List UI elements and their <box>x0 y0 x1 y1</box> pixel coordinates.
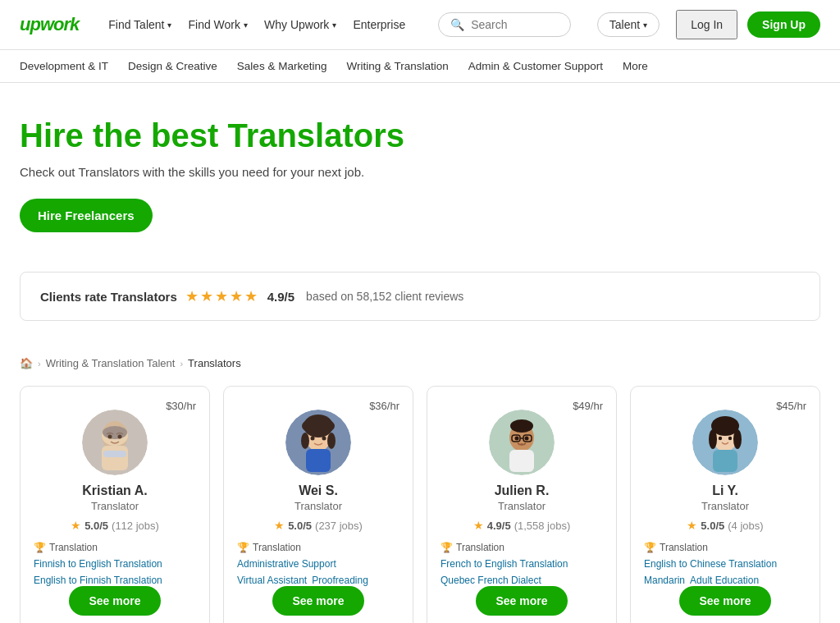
trophy-tag: Translation <box>253 542 301 553</box>
freelancer-name: Kristian A. <box>82 483 147 498</box>
home-icon[interactable]: 🏠 <box>20 357 33 369</box>
svg-point-32 <box>709 429 717 449</box>
svg-point-13 <box>322 437 326 441</box>
chevron-down-icon: ▾ <box>244 21 248 30</box>
ratings-text: Clients rate Translators <box>40 290 177 304</box>
trophy-tag: Translation <box>660 542 708 553</box>
hourly-rate: $36/hr <box>369 400 399 412</box>
rating-row: ★ 5.0/5 (112 jobs) <box>71 519 159 532</box>
freelancer-name: Julien R. <box>495 483 550 498</box>
svg-rect-29 <box>713 450 737 472</box>
avatar <box>82 410 148 475</box>
skill-tags: Administrative SupportVirtual AssistantP… <box>237 558 399 586</box>
talent-dropdown-button[interactable]: Talent ▾ <box>597 12 660 37</box>
subnav-design[interactable]: Design & Creative <box>128 60 217 72</box>
freelancer-card: $45/hr Li Y. Translator ★ 5.0/5 (4 jobs)… <box>630 386 820 623</box>
hire-freelancers-button[interactable]: Hire Freelancers <box>20 199 153 232</box>
trophy-icon: 🏆 <box>34 542 46 553</box>
breadcrumb-sep-1: › <box>38 359 41 369</box>
skill-tag[interactable]: Virtual Assistant <box>237 575 307 586</box>
freelancer-role: Translator <box>294 500 342 512</box>
rating-value: 5.0/5 <box>84 520 108 532</box>
subnav-more[interactable]: More <box>623 60 648 72</box>
skill-tag[interactable]: Finnish to English Translation <box>34 558 162 570</box>
nav-find-talent[interactable]: Find Talent ▾ <box>102 13 178 36</box>
rating-value: 5.0/5 <box>288 520 312 532</box>
avatar <box>285 410 351 475</box>
rating-reviews: based on 58,152 client reviews <box>306 290 463 303</box>
freelancer-card: $30/hr Kristian A. Translator ★ 5.0/5 (1… <box>20 386 210 623</box>
skill-tag[interactable]: Quebec French Dialect <box>441 575 541 586</box>
rating-row: ★ 5.0/5 (237 jobs) <box>274 519 363 532</box>
see-more-button[interactable]: See more <box>272 586 363 616</box>
breadcrumb-sep-2: › <box>180 359 183 369</box>
svg-point-4 <box>103 426 127 439</box>
tags-section: 🏆 Translation English to Chinese Transla… <box>644 542 806 586</box>
trophy-icon: 🏆 <box>237 542 249 553</box>
freelancer-role: Translator <box>498 500 546 512</box>
star-icon: ★ <box>274 519 285 532</box>
skill-tag[interactable]: French to English Translation <box>441 558 568 570</box>
breadcrumb-link-writing[interactable]: Writing & Translation Talent <box>46 357 176 369</box>
skill-tag[interactable]: English to Chinese Translation <box>644 558 777 570</box>
skill-tag[interactable]: Adult Education <box>690 575 759 586</box>
hourly-rate: $30/hr <box>166 400 196 412</box>
job-count: (4 jobs) <box>728 520 763 532</box>
rating-value: 4.9/5 <box>267 290 294 304</box>
skill-tags: Finnish to English TranslationEnglish to… <box>34 558 196 586</box>
hero-title: Hire the best Translators <box>20 116 820 155</box>
search-icon: 🔍 <box>450 18 464 31</box>
star-icons: ★★★★★ <box>185 287 259 305</box>
nav-find-work[interactable]: Find Work ▾ <box>181 13 254 36</box>
avatar <box>692 410 758 475</box>
tags-section: 🏆 Translation Administrative SupportVirt… <box>237 542 399 586</box>
breadcrumb-current: Translators <box>188 357 241 369</box>
chevron-down-icon: ▾ <box>167 21 171 30</box>
hourly-rate: $49/hr <box>573 400 603 412</box>
see-more-button[interactable]: See more <box>679 586 770 616</box>
nav-why-upwork-label: Why Upwork <box>264 18 329 31</box>
trophy-icon: 🏆 <box>644 542 656 553</box>
skill-tag[interactable]: Mandarin <box>644 575 685 586</box>
svg-rect-19 <box>509 450 534 472</box>
freelancer-card: $36/hr Wei S. Translator ★ 5.0/5 (237 jo… <box>223 386 413 623</box>
trophy-tag: Translation <box>49 542 98 553</box>
nav-find-work-label: Find Work <box>188 18 240 31</box>
svg-point-5 <box>108 435 112 439</box>
freelancer-name: Li Y. <box>712 483 738 498</box>
svg-point-12 <box>311 437 315 441</box>
subnav-dev-it[interactable]: Development & IT <box>20 60 108 72</box>
see-more-button[interactable]: See more <box>476 586 567 616</box>
ratings-banner: Clients rate Translators ★★★★★ 4.9/5 bas… <box>20 272 820 321</box>
subnav-sales[interactable]: Sales & Marketing <box>237 60 327 72</box>
chevron-down-icon: ▾ <box>332 21 336 30</box>
trophy-tag: Translation <box>456 542 504 553</box>
skill-tag[interactable]: Proofreading <box>312 575 368 586</box>
signup-button[interactable]: Sign Up <box>747 11 820 38</box>
svg-rect-11 <box>306 449 331 472</box>
hourly-rate: $45/hr <box>776 400 806 412</box>
subnav-writing[interactable]: Writing & Translation <box>346 60 448 72</box>
rating-row: ★ 5.0/5 (4 jobs) <box>687 519 763 532</box>
logo[interactable]: upwork <box>20 14 79 35</box>
skill-tag[interactable]: English to Finnish Translation <box>34 575 162 586</box>
skill-tags: English to Chinese TranslationMandarinAd… <box>644 558 806 586</box>
nav-why-upwork[interactable]: Why Upwork ▾ <box>258 13 343 36</box>
svg-point-21 <box>525 437 529 441</box>
svg-point-20 <box>515 437 519 441</box>
logo-text: upwork <box>20 14 79 34</box>
subnav-admin[interactable]: Admin & Customer Support <box>468 60 603 72</box>
svg-point-16 <box>327 433 336 449</box>
search-input[interactable] <box>471 18 559 31</box>
login-button[interactable]: Log In <box>676 10 737 39</box>
star-icon: ★ <box>687 519 697 532</box>
job-count: (1,558 jobs) <box>514 520 571 532</box>
nav-enterprise[interactable]: Enterprise <box>346 13 412 36</box>
rating-value: 4.9/5 <box>487 520 511 532</box>
rating-row: ★ 4.9/5 (1,558 jobs) <box>473 519 571 532</box>
skill-tag[interactable]: Administrative Support <box>237 558 336 570</box>
nav-enterprise-label: Enterprise <box>353 18 405 31</box>
search-bar: 🔍 <box>438 12 571 37</box>
see-more-button[interactable]: See more <box>69 586 160 616</box>
nav-find-talent-label: Find Talent <box>108 18 164 31</box>
